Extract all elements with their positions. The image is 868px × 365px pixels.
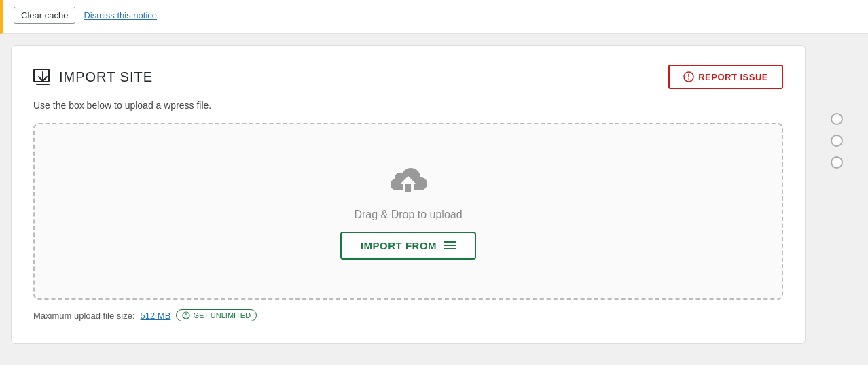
card-footer: Maximum upload file size: 512 MB GET UNL… xyxy=(33,309,783,321)
clear-cache-button[interactable]: Clear cache xyxy=(14,7,75,24)
unlimited-label: GET UNLIMITED xyxy=(193,311,251,319)
footer-prefix: Maximum upload file size: xyxy=(33,311,135,321)
import-from-button[interactable]: IMPORT FROM xyxy=(340,232,476,260)
svg-rect-3 xyxy=(405,184,411,192)
radio-row-3[interactable] xyxy=(831,156,843,169)
svg-point-2 xyxy=(688,78,689,80)
card-title: IMPORT SITE xyxy=(33,67,153,86)
radio-button-2[interactable] xyxy=(831,135,843,147)
main-area: IMPORT SITE REPORT ISSUE Use the box bel… xyxy=(0,34,868,355)
radio-row-1[interactable] xyxy=(831,113,843,125)
card-header: IMPORT SITE REPORT ISSUE xyxy=(33,65,783,89)
import-from-menu-icon xyxy=(444,241,456,250)
import-site-card: IMPORT SITE REPORT ISSUE Use the box bel… xyxy=(11,45,806,344)
card-title-text: IMPORT SITE xyxy=(59,69,153,85)
import-site-icon xyxy=(33,67,52,86)
report-issue-icon xyxy=(683,71,694,82)
unlimited-info-icon xyxy=(182,311,190,319)
sidebar-panel xyxy=(816,45,857,344)
drop-zone[interactable]: Drag & Drop to upload IMPORT FROM xyxy=(33,123,783,300)
report-issue-label: REPORT ISSUE xyxy=(698,72,768,82)
notice-bar: Clear cache Dismiss this notice xyxy=(0,0,868,34)
card-description: Use the box below to upload a wpress fil… xyxy=(33,100,783,111)
svg-point-8 xyxy=(186,316,187,317)
radio-button-1[interactable] xyxy=(831,113,843,125)
import-from-label: IMPORT FROM xyxy=(361,240,437,251)
file-size-link[interactable]: 512 MB xyxy=(141,311,171,321)
dismiss-notice-button[interactable]: Dismiss this notice xyxy=(84,10,157,20)
radio-button-3[interactable] xyxy=(831,156,843,169)
drag-drop-text: Drag & Drop to upload xyxy=(354,209,462,221)
cloud-upload-icon xyxy=(386,164,430,198)
report-issue-button[interactable]: REPORT ISSUE xyxy=(668,65,783,89)
radio-row-2[interactable] xyxy=(831,135,843,147)
get-unlimited-button[interactable]: GET UNLIMITED xyxy=(176,309,257,321)
